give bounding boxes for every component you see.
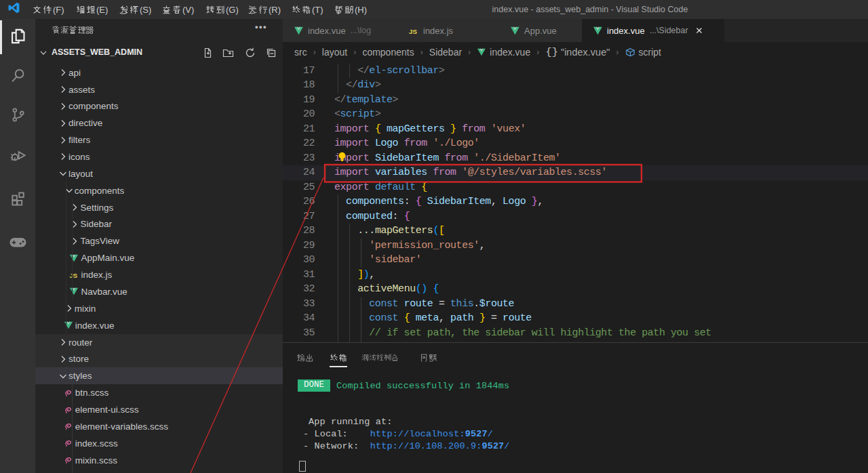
svg-text:JS: JS xyxy=(70,272,78,279)
svg-text:JS: JS xyxy=(409,27,417,35)
